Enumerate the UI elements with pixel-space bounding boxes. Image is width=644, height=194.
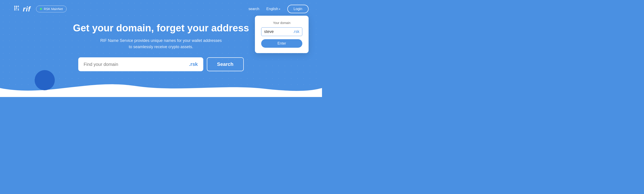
login-button[interactable]: Login — [287, 5, 308, 13]
network-badge[interactable]: RSK MainNet — [36, 6, 67, 12]
nav-search-link[interactable]: search — [248, 7, 259, 11]
network-label: RSK MainNet — [44, 7, 63, 11]
domain-card-label: Your domain — [261, 21, 302, 25]
header: rif RSK MainNet search English ▾ Login — [0, 0, 322, 18]
decorative-circle — [35, 70, 55, 90]
search-extension-label: .rsk — [189, 61, 198, 67]
search-button[interactable]: Search — [207, 57, 244, 71]
search-bar-container: .rsk Search — [78, 57, 244, 71]
logo-svg — [14, 5, 22, 13]
domain-input-extension: .rsk — [293, 29, 300, 34]
domain-input-value: steve — [264, 29, 293, 34]
chevron-down-icon: ▾ — [279, 8, 280, 10]
hero-subtitle: RIF Name Service provides unique names f… — [98, 37, 224, 50]
language-selector[interactable]: English ▾ — [266, 7, 280, 11]
domain-enter-button[interactable]: Enter — [261, 39, 302, 48]
logo-icon: rif — [14, 5, 31, 13]
page-wrapper: rif RSK MainNet search English ▾ Login Y… — [0, 0, 322, 97]
network-status-dot — [40, 8, 42, 10]
domain-card: Your domain steve .rsk Enter — [255, 16, 308, 53]
logo-text: rif — [23, 5, 31, 13]
domain-search-input[interactable] — [84, 62, 189, 67]
search-input-wrapper: .rsk — [78, 57, 203, 71]
language-label: English — [266, 7, 278, 11]
domain-input-row: steve .rsk — [261, 27, 302, 36]
logo[interactable]: rif — [14, 5, 31, 13]
